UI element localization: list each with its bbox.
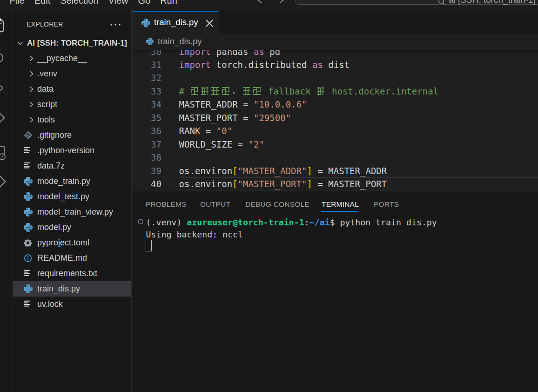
tree-item--python-version[interactable]: .python-version — [13, 143, 131, 158]
python-icon — [24, 208, 33, 216]
code-line-37: WORLD_SIZE = "2" — [179, 138, 264, 151]
breadcrumb-label: train_dis.py — [158, 34, 202, 49]
token-def: os.environ — [179, 179, 233, 189]
tree-item-tools[interactable]: tools — [13, 112, 131, 128]
menu-go[interactable]: Go — [133, 0, 155, 6]
menu-edit[interactable]: Edit — [29, 0, 55, 6]
scroll-shadow — [132, 50, 538, 53]
cjk-char — [252, 85, 262, 98]
title-bar: FileEditSelectionViewGoRun ai [SSH: torc… — [0, 0, 538, 10]
tree-item-requirements-txt[interactable]: requirements.txt — [13, 266, 131, 281]
tree-item-uv-lock[interactable]: uv.lock — [13, 297, 131, 312]
cjk-char — [200, 85, 210, 98]
nav-back-arrow-icon[interactable] — [256, 0, 263, 7]
more-actions-icon[interactable] — [109, 18, 122, 31]
close-icon[interactable] — [205, 19, 214, 28]
python-icon — [24, 223, 33, 232]
token-brk: [ — [232, 166, 237, 176]
python-icon — [146, 38, 154, 47]
menu-view[interactable]: View — [103, 0, 133, 6]
terminal-segment-green: azureuser@torch-train-1 — [187, 217, 304, 227]
document-icon — [24, 269, 33, 278]
tree-root[interactable]: AI [SSH: TORCH_TRAIN-1] — [13, 35, 131, 51]
menu-run[interactable]: Run — [155, 0, 182, 6]
sidebar-title: EXPLORER — [27, 20, 63, 28]
tree-item-mode-train-py[interactable]: mode_train.py — [13, 174, 131, 189]
terminal-segment-fg: : — [304, 217, 309, 227]
command-center-label: ai [SSH: torch_train-1] — [449, 0, 536, 5]
activity-bar — [0, 10, 13, 392]
terminal-segment-blue: ~/ai — [309, 217, 330, 227]
activity-item-source-control-icon[interactable] — [0, 81, 13, 98]
activity-item-run-debug-icon[interactable] — [0, 109, 13, 126]
activity-item-search-icon[interactable] — [0, 51, 13, 68]
tree-item-model-train-view-py[interactable]: model_train_view.py — [13, 204, 131, 220]
cjk-char — [231, 85, 242, 98]
item-label: README.md — [37, 250, 87, 266]
item-label: model_train_view.py — [37, 204, 113, 220]
tab-train-dis[interactable]: train_dis.py — [132, 11, 219, 34]
tree-item-data-7z[interactable]: data.7z — [13, 158, 131, 174]
code-line-36: RANK = "0" — [179, 124, 233, 137]
tree-item-script[interactable]: script — [13, 97, 131, 112]
code-editor[interactable]: 3031323334353637383940 import pandas as … — [132, 50, 538, 191]
info-icon — [24, 254, 33, 263]
token-brk: [ — [232, 179, 237, 189]
tree-item--gitignore[interactable]: .gitignore — [13, 128, 131, 143]
tree-item-model-py[interactable]: model.py — [13, 220, 131, 235]
document-icon — [24, 146, 33, 155]
code-line-39: os.environ["MASTER_ADDR"] = MASTER_ADDR — [179, 164, 387, 177]
item-label: pyproject.toml — [37, 235, 89, 250]
line-number: 38 — [132, 151, 161, 164]
tab-label: train_dis.py — [154, 12, 198, 33]
search-icon — [438, 0, 446, 6]
code-line-31: import torch.distributed as dist — [179, 58, 350, 71]
tree-item-pyproject-toml[interactable]: pyproject.toml — [13, 235, 131, 250]
tree-item--pycache-[interactable]: __pycache__ — [13, 51, 131, 66]
line-number: 37 — [132, 138, 161, 151]
python-icon — [141, 19, 150, 28]
menu-file[interactable]: File — [5, 0, 29, 6]
editor-group: train_dis.py train_dis.py 30313233343536… — [132, 10, 538, 392]
token-brk: ] — [307, 166, 312, 176]
item-label: __pycache__ — [37, 51, 87, 66]
item-label: AI [SSH: TORCH_TRAIN-1] — [27, 35, 127, 51]
tree-item-model-test-py[interactable]: model_test.py — [13, 189, 131, 204]
command-decoration-icon — [137, 218, 144, 225]
tree-item-data[interactable]: data — [13, 81, 131, 97]
search-icon — [0, 51, 7, 68]
item-label: .python-version — [37, 143, 94, 158]
tab-bar: train_dis.py — [132, 10, 538, 34]
activity-item-remote-explorer-icon[interactable] — [0, 144, 13, 161]
line-number: 36 — [132, 124, 161, 137]
line-number: 39 — [132, 164, 161, 177]
terminal-segment-fg: (.venv) — [146, 217, 187, 227]
token-def: MASTER_PORT = — [179, 113, 254, 123]
vscode-window: FileEditSelectionViewGoRun ai [SSH: torc… — [0, 0, 538, 392]
terminal-segment-fg: $ python train_dis.py — [330, 217, 437, 227]
token-str: "2" — [248, 139, 264, 149]
cjk-char — [242, 85, 252, 98]
panel-tab-output[interactable]: OUTPUT — [200, 191, 230, 212]
item-label: uv.lock — [37, 297, 63, 312]
chevron-right-icon — [27, 54, 35, 62]
menu-selection[interactable]: Selection — [55, 0, 103, 6]
line-number: 35 — [132, 111, 161, 124]
activity-item-extension-icon[interactable] — [0, 173, 13, 190]
tree-item--venv[interactable]: .venv — [13, 66, 131, 81]
tree-item-train-dis-py[interactable]: train_dis.py — [13, 281, 131, 297]
token-def: torch.distributed — [211, 60, 312, 70]
panel-tab-ports[interactable]: PORTS — [374, 191, 399, 212]
panel-tab-problems[interactable]: PROBLEMS — [146, 191, 187, 212]
panel-tab-terminal[interactable]: TERMINAL — [322, 191, 359, 212]
tree-item-readme-md[interactable]: README.md — [13, 250, 131, 266]
cjk-char — [210, 85, 221, 98]
token-def: = MASTER_ADDR — [312, 166, 387, 176]
nav-forward-arrow-icon[interactable] — [278, 0, 286, 7]
document-icon — [24, 162, 33, 170]
run-debug-icon — [0, 109, 7, 126]
line-number: 31 — [132, 58, 161, 71]
panel-tab-debug-console[interactable]: DEBUG CONSOLE — [245, 191, 309, 212]
breadcrumb[interactable]: train_dis.py — [132, 34, 538, 49]
activity-item-files-icon[interactable] — [0, 17, 13, 34]
